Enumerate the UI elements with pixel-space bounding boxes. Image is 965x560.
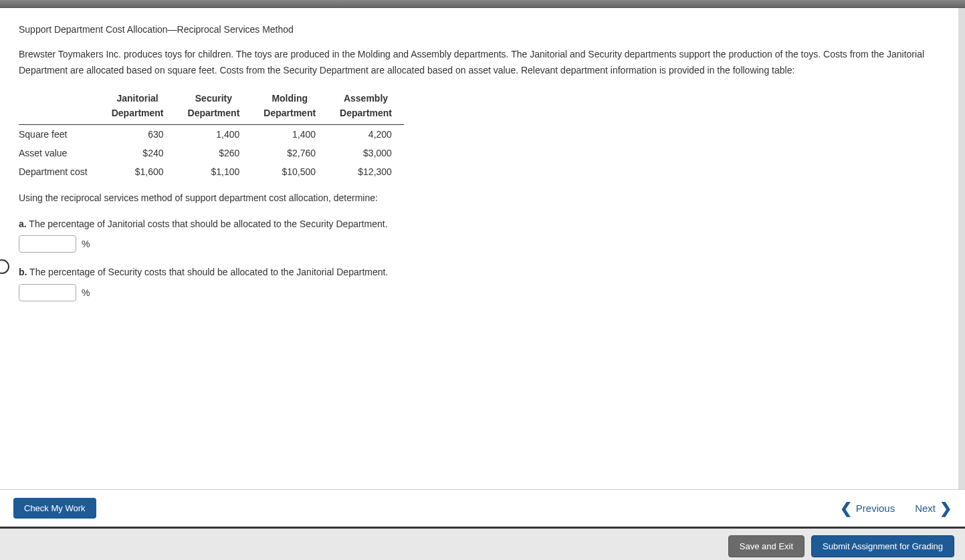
- percent-symbol: %: [82, 287, 90, 298]
- content-area: Support Department Cost Allocation—Recip…: [0, 8, 965, 489]
- answer-input-b[interactable]: [19, 284, 76, 301]
- question-b: b. The percentage of Security costs that…: [19, 265, 940, 279]
- col-header-assembly: AssemblyDepartment: [328, 87, 404, 125]
- nav-links: ❮ Previous Next ❯: [840, 500, 952, 517]
- chevron-right-icon: ❯: [940, 500, 952, 517]
- question-a: a. The percentage of Janitorial costs th…: [19, 217, 940, 231]
- cell: $2,760: [251, 144, 328, 162]
- answer-row-a: %: [19, 235, 940, 253]
- check-my-work-button[interactable]: Check My Work: [13, 498, 96, 519]
- save-and-exit-button[interactable]: Save and Exit: [728, 535, 805, 557]
- question-b-label: b.: [19, 267, 27, 277]
- footer-nav: Check My Work ❮ Previous Next ❯: [0, 489, 965, 529]
- cell: 630: [100, 125, 176, 144]
- top-toolbar: [0, 0, 965, 8]
- cell: $12,300: [328, 162, 404, 181]
- table-row: Square feet 630 1,400 1,400 4,200: [19, 125, 404, 144]
- answer-row-b: %: [19, 284, 940, 301]
- problem-description: Brewster Toymakers Inc. produces toys fo…: [19, 47, 940, 79]
- bottom-bar: Save and Exit Submit Assignment for Grad…: [0, 529, 965, 560]
- cell: $3,000: [328, 144, 404, 162]
- submit-assignment-button[interactable]: Submit Assignment for Grading: [811, 535, 954, 557]
- question-b-text: The percentage of Security costs that sh…: [27, 267, 388, 277]
- percent-symbol: %: [82, 239, 90, 249]
- question-a-text: The percentage of Janitorial costs that …: [27, 219, 388, 229]
- instruction-text: Using the reciprocal services method of …: [19, 190, 940, 205]
- question-a-label: a.: [19, 219, 27, 229]
- row-label: Department cost: [19, 162, 100, 181]
- department-table: JanitorialDepartment SecurityDepartment …: [19, 87, 404, 182]
- cell: $260: [176, 144, 252, 162]
- cell: $1,600: [100, 162, 176, 181]
- next-label: Next: [915, 503, 936, 514]
- col-header-molding: MoldingDepartment: [251, 87, 328, 125]
- col-header-security: SecurityDepartment: [176, 87, 252, 125]
- previous-label: Previous: [856, 503, 895, 514]
- col-header-janitorial: JanitorialDepartment: [100, 87, 176, 125]
- cell: $1,100: [176, 162, 252, 181]
- previous-button[interactable]: ❮ Previous: [840, 500, 895, 517]
- next-button[interactable]: Next ❯: [915, 500, 952, 517]
- table-row: Asset value $240 $260 $2,760 $3,000: [19, 144, 404, 162]
- cell: $10,500: [251, 162, 328, 181]
- row-label: Square feet: [19, 125, 100, 144]
- cell: 1,400: [176, 125, 252, 144]
- cell: 1,400: [251, 125, 328, 144]
- cell: $240: [100, 144, 176, 162]
- cell: 4,200: [328, 125, 404, 144]
- answer-input-a[interactable]: [19, 235, 76, 253]
- table-row: Department cost $1,600 $1,100 $10,500 $1…: [19, 162, 404, 181]
- chevron-left-icon: ❮: [840, 500, 852, 517]
- page-title: Support Department Cost Allocation—Recip…: [19, 24, 940, 35]
- row-label: Asset value: [19, 144, 100, 162]
